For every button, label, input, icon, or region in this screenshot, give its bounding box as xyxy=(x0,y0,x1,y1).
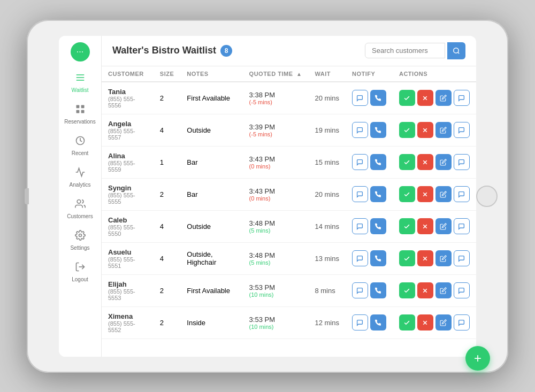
notify-cell xyxy=(346,114,393,146)
message-button[interactable] xyxy=(454,90,470,106)
recent-icon xyxy=(75,135,86,149)
message-icon xyxy=(458,287,465,294)
col-quoted-time[interactable]: QUOTED TIME ▲ xyxy=(243,66,309,82)
check-icon xyxy=(403,127,410,134)
col-notify: NOTIFY xyxy=(346,66,393,82)
message-button[interactable] xyxy=(454,154,470,170)
customer-name: Caleb xyxy=(108,216,147,224)
col-notes: NOTES xyxy=(180,66,242,82)
sidebar-item-waitlist-label: Waitlist xyxy=(72,87,89,93)
edit-icon xyxy=(440,287,447,294)
notify-phone-button[interactable] xyxy=(370,314,386,330)
chat-icon xyxy=(356,223,363,230)
notify-chat-button[interactable] xyxy=(352,186,368,202)
edit-button[interactable] xyxy=(435,218,452,234)
edit-button[interactable] xyxy=(435,314,452,330)
wait-cell: 12 mins xyxy=(308,306,346,339)
sidebar-item-customers[interactable]: Customers xyxy=(62,194,99,224)
seat-button[interactable] xyxy=(399,314,415,330)
notify-chat-button[interactable] xyxy=(352,250,368,266)
waitlist-table: CUSTOMER SIZE NOTES QUOTED TIME ▲ WAIT N… xyxy=(102,66,476,339)
notify-phone-button[interactable] xyxy=(370,218,386,234)
quoted-time: 3:48 PM xyxy=(249,251,302,259)
size-cell: 2 xyxy=(154,82,180,114)
add-customer-fab[interactable]: + xyxy=(465,346,490,371)
seat-button[interactable] xyxy=(399,282,415,298)
chat-icon xyxy=(356,255,363,262)
table-row: Ximena (855) 555-5552 2 Inside 3:53 PM (… xyxy=(102,306,476,339)
customer-cell: Caleb (855) 555-5550 xyxy=(102,210,154,242)
quoted-time: 3:48 PM xyxy=(249,219,302,227)
seat-button[interactable] xyxy=(399,218,415,234)
sidebar-item-analytics[interactable]: Analytics xyxy=(62,163,99,192)
quoted-time: 3:43 PM xyxy=(249,187,302,195)
svg-line-12 xyxy=(458,52,460,53)
notify-phone-button[interactable] xyxy=(370,282,386,298)
check-icon xyxy=(403,223,410,230)
remove-button[interactable] xyxy=(417,218,433,234)
table-row: Caleb (855) 555-5550 4 Outside 3:48 PM (… xyxy=(102,210,476,242)
sort-icon: ▲ xyxy=(296,71,302,77)
x-icon xyxy=(422,255,429,262)
size-cell: 2 xyxy=(154,178,180,210)
notify-chat-button[interactable] xyxy=(352,90,368,106)
edit-button[interactable] xyxy=(435,154,452,170)
sidebar-item-analytics-label: Analytics xyxy=(69,182,90,188)
edit-button[interactable] xyxy=(435,282,452,298)
remove-button[interactable] xyxy=(417,186,433,202)
seat-button[interactable] xyxy=(399,122,415,138)
actions-cell xyxy=(393,242,476,274)
remove-button[interactable] xyxy=(417,314,433,330)
actions-cell xyxy=(393,114,476,146)
notify-phone-button[interactable] xyxy=(370,154,386,170)
wait-cell: 13 mins xyxy=(308,242,346,274)
search-input[interactable] xyxy=(365,43,445,58)
notify-chat-button[interactable] xyxy=(352,282,368,298)
sidebar-item-recent[interactable]: Recent xyxy=(62,131,99,160)
message-button[interactable] xyxy=(454,282,470,298)
seat-button[interactable] xyxy=(399,186,415,202)
notify-chat-button[interactable] xyxy=(352,218,368,234)
quoted-time-cell: 3:53 PM (10 mins) xyxy=(243,306,309,339)
sidebar-item-settings[interactable]: Settings xyxy=(62,226,99,255)
seat-button[interactable] xyxy=(399,90,415,106)
notify-phone-button[interactable] xyxy=(370,122,386,138)
customer-phone: (855) 555-5557 xyxy=(108,128,147,141)
quoted-time: 3:53 PM xyxy=(249,283,302,291)
search-button[interactable] xyxy=(447,42,465,59)
logout-icon xyxy=(75,262,86,275)
remove-button[interactable] xyxy=(417,90,433,106)
message-button[interactable] xyxy=(454,314,470,330)
edit-button[interactable] xyxy=(435,90,452,106)
notify-chat-button[interactable] xyxy=(352,154,368,170)
check-icon xyxy=(403,95,410,102)
remove-button[interactable] xyxy=(417,282,433,298)
sidebar-item-reservations[interactable]: Reservations xyxy=(62,99,99,129)
edit-button[interactable] xyxy=(435,122,452,138)
chat-icon xyxy=(356,95,363,102)
edit-button[interactable] xyxy=(435,186,452,202)
message-button[interactable] xyxy=(454,186,470,202)
notify-phone-button[interactable] xyxy=(370,90,386,106)
ipad-home-button[interactable] xyxy=(476,186,498,207)
message-button[interactable] xyxy=(454,218,470,234)
message-icon xyxy=(458,255,465,262)
notes-cell: Bar xyxy=(180,178,242,210)
message-button[interactable] xyxy=(454,122,470,138)
remove-button[interactable] xyxy=(417,122,433,138)
edit-button[interactable] xyxy=(435,250,452,266)
seat-button[interactable] xyxy=(399,250,415,266)
customer-name: Ximena xyxy=(108,312,147,320)
notify-chat-button[interactable] xyxy=(352,314,368,330)
sidebar-item-waitlist[interactable]: Waitlist xyxy=(62,68,99,97)
svg-rect-3 xyxy=(76,105,79,108)
notify-chat-button[interactable] xyxy=(352,122,368,138)
remove-button[interactable] xyxy=(417,154,433,170)
notify-phone-button[interactable] xyxy=(370,250,386,266)
seat-button[interactable] xyxy=(399,154,415,170)
notify-phone-button[interactable] xyxy=(370,186,386,202)
edit-icon xyxy=(440,127,447,134)
sidebar-item-logout[interactable]: Logout xyxy=(62,257,99,287)
remove-button[interactable] xyxy=(417,250,433,266)
message-button[interactable] xyxy=(454,250,470,266)
